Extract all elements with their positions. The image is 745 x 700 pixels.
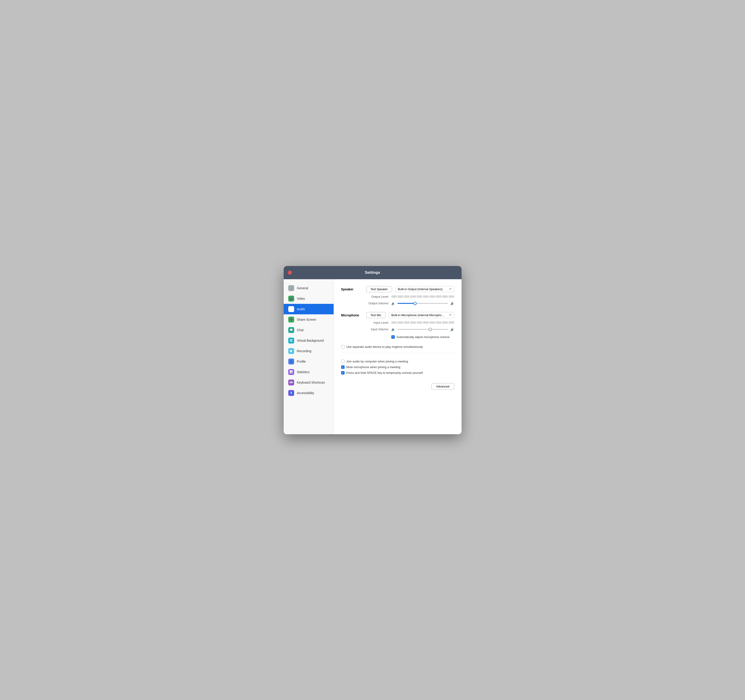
test-mic-button[interactable]: Test Mic bbox=[366, 312, 386, 318]
mute-on-join-row: Mute microphone when joining a meeting bbox=[341, 366, 454, 369]
mic-vol-low-icon: 🔈 bbox=[391, 328, 395, 331]
sidebar-item-label-audio: Audio bbox=[297, 307, 305, 311]
audio-icon: 🎧 bbox=[288, 306, 294, 312]
volume-low-icon: 🔈 bbox=[391, 301, 395, 305]
sidebar-item-profile[interactable]: 👤Profile bbox=[284, 356, 334, 367]
sidebar-item-label-keyboard-shortcuts: Keyboard Shortcuts bbox=[297, 381, 325, 384]
level-seg-9 bbox=[442, 296, 448, 298]
options-section: Join audio by computer when joining a me… bbox=[341, 358, 454, 379]
output-volume-slider[interactable] bbox=[398, 301, 448, 306]
volume-high-icon: 🔊 bbox=[450, 301, 454, 305]
mute-on-join-checkbox[interactable] bbox=[341, 366, 344, 369]
separate-audio-label: Use separate audio device to play ringto… bbox=[346, 345, 423, 349]
microphone-section: Microphone Test Mic Built-in Microphone … bbox=[341, 312, 454, 339]
level-seg-7 bbox=[429, 296, 435, 298]
input-volume-slider[interactable] bbox=[398, 327, 448, 332]
microphone-controls: Test Mic Built-in Microphone (Internal M… bbox=[366, 312, 454, 339]
advanced-button[interactable]: Advanced bbox=[431, 383, 454, 390]
level-seg-2 bbox=[398, 296, 403, 298]
output-volume-label: Output Volume: bbox=[366, 301, 389, 305]
microphone-device-select[interactable]: Built-in Microphone (Internal Micropho..… bbox=[389, 312, 454, 318]
accessibility-icon: ♿ bbox=[288, 390, 294, 396]
sidebar-item-statistics[interactable]: 📊Statistics bbox=[284, 367, 334, 377]
input-seg-2 bbox=[398, 321, 403, 324]
level-seg-6 bbox=[423, 296, 429, 298]
output-volume-row: Output Volume: 🔈 🔊 bbox=[366, 301, 454, 306]
settings-window: Settings ⚙️General📹Video🎧Audio➕Share Scr… bbox=[284, 266, 462, 434]
output-level-label: Output Level: bbox=[366, 295, 389, 299]
main-panel: Speaker Test Speaker Built-in Output (In… bbox=[334, 279, 462, 434]
speaker-section: Speaker Test Speaker Built-in Output (In… bbox=[341, 286, 454, 306]
auto-adjust-checkbox[interactable] bbox=[391, 335, 395, 339]
input-volume-row: Input Volume: 🔈 🔊 bbox=[366, 327, 454, 332]
input-seg-10 bbox=[449, 321, 454, 324]
separate-audio-checkbox[interactable] bbox=[341, 345, 344, 349]
input-seg-8 bbox=[436, 321, 441, 324]
general-icon: ⚙️ bbox=[288, 285, 294, 291]
join-audio-label: Join audio by computer when joining a me… bbox=[346, 360, 408, 363]
level-seg-1 bbox=[391, 296, 397, 298]
level-seg-8 bbox=[436, 296, 441, 298]
spacebar-unmute-row: Press and hold SPACE key to temporarily … bbox=[341, 371, 454, 375]
sidebar-item-label-general: General bbox=[297, 286, 308, 290]
speaker-top-controls: Test Speaker Built-in Output (Internal S… bbox=[366, 286, 454, 292]
sidebar-item-label-share-screen: Share Screen bbox=[297, 318, 317, 321]
sidebar-item-label-statistics: Statistics bbox=[297, 370, 310, 374]
input-slider-track bbox=[398, 329, 448, 330]
statistics-icon: 📊 bbox=[288, 369, 294, 375]
sidebar-item-label-virtual-background: Virtual Background bbox=[297, 339, 324, 342]
output-slider-thumb[interactable] bbox=[413, 302, 417, 305]
sidebar: ⚙️General📹Video🎧Audio➕Share Screen💬Chat🖼… bbox=[284, 279, 334, 434]
sidebar-item-label-recording: Recording bbox=[297, 349, 311, 353]
sidebar-item-accessibility[interactable]: ♿Accessibility bbox=[284, 388, 334, 398]
sidebar-item-virtual-background[interactable]: 🖼Virtual Background bbox=[284, 335, 334, 346]
level-seg-5 bbox=[417, 296, 422, 298]
input-slider-thumb[interactable] bbox=[429, 328, 432, 331]
speaker-label: Speaker bbox=[341, 286, 366, 291]
close-button[interactable] bbox=[288, 270, 292, 275]
microphone-label: Microphone bbox=[341, 312, 366, 317]
advanced-row: Advanced bbox=[341, 383, 454, 390]
share-screen-icon: ➕ bbox=[288, 316, 294, 322]
sidebar-item-video[interactable]: 📹Video bbox=[284, 293, 334, 304]
video-icon: 📹 bbox=[288, 296, 294, 301]
sidebar-item-general[interactable]: ⚙️General bbox=[284, 283, 334, 293]
output-level-row: Output Level: bbox=[366, 295, 454, 299]
sidebar-item-chat[interactable]: 💬Chat bbox=[284, 325, 334, 335]
sidebar-item-audio[interactable]: 🎧Audio bbox=[284, 304, 334, 314]
content-area: ⚙️General📹Video🎧Audio➕Share Screen💬Chat🖼… bbox=[284, 279, 462, 434]
sidebar-item-label-video: Video bbox=[297, 297, 305, 300]
speaker-device-select[interactable]: Built-in Output (Internal Speakers) bbox=[395, 286, 454, 292]
input-slider-fill bbox=[398, 329, 430, 330]
spacebar-unmute-checkbox[interactable] bbox=[341, 371, 344, 375]
sidebar-item-recording[interactable]: ⏺Recording bbox=[284, 346, 334, 356]
join-audio-row: Join audio by computer when joining a me… bbox=[341, 360, 454, 363]
join-audio-checkbox[interactable] bbox=[341, 360, 344, 363]
input-seg-3 bbox=[404, 321, 410, 324]
window-title: Settings bbox=[365, 270, 380, 275]
input-level-label: Input Level: bbox=[366, 321, 389, 324]
auto-adjust-row: Automatically adjust microphone volume bbox=[391, 335, 454, 339]
sidebar-item-label-chat: Chat bbox=[297, 328, 304, 332]
output-level-bar bbox=[391, 296, 454, 298]
level-seg-10 bbox=[449, 296, 454, 298]
titlebar: Settings bbox=[284, 266, 462, 279]
level-seg-4 bbox=[410, 296, 416, 298]
level-seg-3 bbox=[404, 296, 410, 298]
input-seg-9 bbox=[442, 321, 448, 324]
sidebar-item-label-accessibility: Accessibility bbox=[297, 391, 314, 395]
test-speaker-button[interactable]: Test Speaker bbox=[366, 286, 392, 292]
input-level-bar bbox=[391, 321, 454, 324]
keyboard-shortcuts-icon: ⌨️ bbox=[288, 379, 294, 385]
output-slider-fill bbox=[398, 303, 415, 304]
sidebar-item-share-screen[interactable]: ➕Share Screen bbox=[284, 314, 334, 325]
sidebar-item-label-profile: Profile bbox=[297, 360, 306, 363]
mute-on-join-label: Mute microphone when joining a meeting bbox=[346, 366, 401, 369]
microphone-top-controls: Test Mic Built-in Microphone (Internal M… bbox=[366, 312, 454, 318]
input-volume-label: Input Volume: bbox=[366, 328, 389, 331]
profile-icon: 👤 bbox=[288, 358, 294, 364]
recording-icon: ⏺ bbox=[288, 348, 294, 354]
sidebar-item-keyboard-shortcuts[interactable]: ⌨️Keyboard Shortcuts bbox=[284, 377, 334, 388]
mic-vol-high-icon: 🔊 bbox=[450, 328, 454, 331]
speaker-controls: Test Speaker Built-in Output (Internal S… bbox=[366, 286, 454, 306]
